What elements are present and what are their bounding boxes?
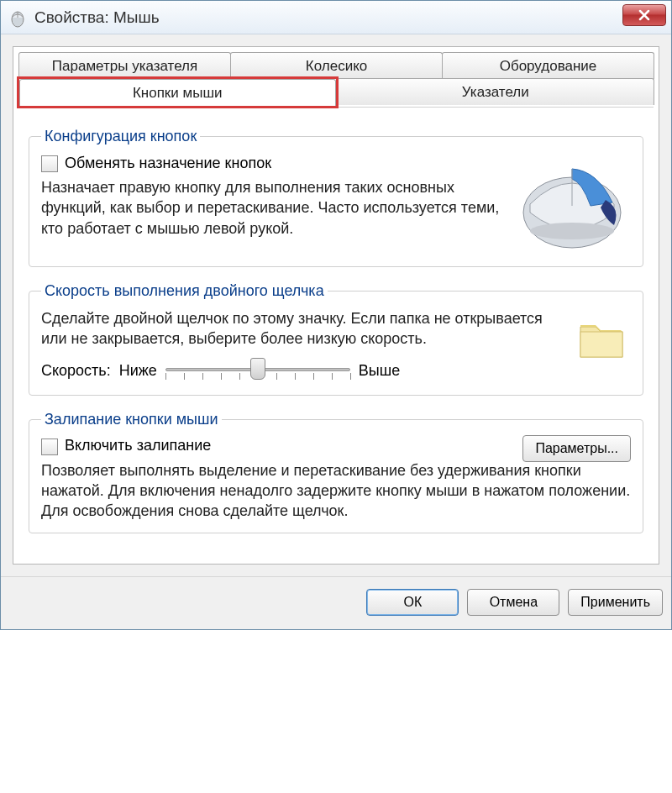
doubleclick-test-folder[interactable] bbox=[572, 308, 631, 367]
active-tab-highlight: Кнопки мыши bbox=[17, 76, 339, 108]
tab-pointers[interactable]: Указатели bbox=[337, 78, 655, 105]
tab-buttons[interactable]: Кнопки мыши bbox=[19, 79, 336, 106]
svg-point-4 bbox=[530, 223, 614, 239]
mouse-properties-window: Свойства: Мышь Параметры указателя Колес… bbox=[0, 0, 672, 630]
speed-low-label: Ниже bbox=[119, 362, 157, 380]
group-doubleclick-speed: Скорость выполнения двойного щелчка Сдел… bbox=[29, 282, 643, 396]
clicklock-settings-button[interactable]: Параметры... bbox=[522, 435, 631, 462]
group-clicklock: Залипание кнопки мыши Включить залипание… bbox=[29, 411, 643, 534]
group-button-config: Конфигурация кнопок Обменять назначение … bbox=[29, 128, 643, 267]
doubleclick-description: Сделайте двойной щелчок по этому значку.… bbox=[41, 308, 557, 349]
svg-rect-5 bbox=[580, 332, 622, 357]
ok-button[interactable]: ОК bbox=[366, 589, 459, 616]
clicklock-description: Позволяет выполнять выделение и перетаск… bbox=[41, 460, 631, 522]
clicklock-checkbox[interactable] bbox=[41, 439, 58, 455]
titlebar: Свойства: Мышь bbox=[1, 1, 671, 34]
swap-buttons-description: Назначает правую кнопку для выполнения т… bbox=[41, 177, 505, 239]
swap-buttons-label: Обменять назначение кнопок bbox=[65, 155, 271, 172]
tab-pointer-options[interactable]: Параметры указателя bbox=[18, 52, 231, 79]
mouse-illustration bbox=[513, 154, 631, 255]
doubleclick-speed-slider[interactable] bbox=[165, 360, 350, 383]
mouse-icon bbox=[8, 8, 28, 28]
speed-high-label: Выше bbox=[359, 362, 400, 380]
tab-content-buttons: Конфигурация кнопок Обменять назначение … bbox=[18, 107, 654, 564]
dialog-footer: ОК Отмена Применить bbox=[1, 576, 671, 629]
apply-button[interactable]: Применить bbox=[568, 589, 663, 616]
close-button[interactable] bbox=[622, 4, 666, 26]
group-legend: Скорость выполнения двойного щелчка bbox=[41, 282, 328, 300]
tabs: Параметры указателя Колесико Оборудовани… bbox=[13, 46, 659, 565]
close-icon bbox=[638, 9, 650, 21]
tab-wheel[interactable]: Колесико bbox=[230, 52, 443, 79]
window-title: Свойства: Мышь bbox=[34, 8, 160, 27]
group-legend: Конфигурация кнопок bbox=[41, 128, 200, 145]
slider-thumb[interactable] bbox=[250, 358, 265, 380]
swap-buttons-checkbox[interactable] bbox=[41, 155, 58, 172]
tab-hardware[interactable]: Оборудование bbox=[442, 52, 654, 79]
speed-label: Скорость: bbox=[41, 362, 111, 380]
cancel-button[interactable]: Отмена bbox=[467, 589, 559, 616]
dialog-body: Параметры указателя Колесико Оборудовани… bbox=[1, 34, 671, 576]
clicklock-label: Включить залипание bbox=[65, 437, 211, 454]
group-legend: Залипание кнопки мыши bbox=[41, 411, 222, 428]
